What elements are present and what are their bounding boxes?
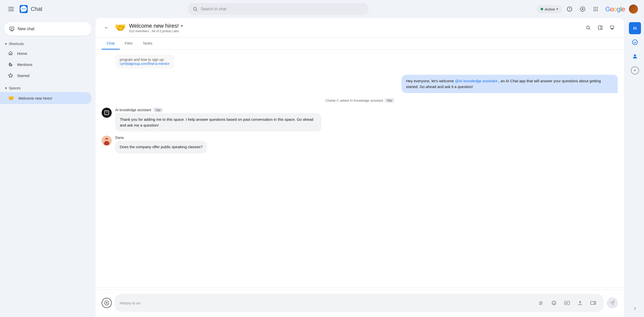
svg-point-20 xyxy=(597,10,598,11)
apps-button[interactable] xyxy=(590,4,601,15)
chat-logo-icon xyxy=(19,5,28,14)
chevron-right-icon xyxy=(633,306,637,311)
svg-point-49 xyxy=(634,54,636,56)
search-input-wrap[interactable] xyxy=(188,3,369,15)
dana-message-text: Does the company offer public speaking c… xyxy=(115,141,207,153)
svg-point-48 xyxy=(632,40,637,45)
svg-point-6 xyxy=(23,8,24,9)
svg-line-9 xyxy=(196,10,197,11)
chat-tabs: Chat Files Tasks xyxy=(96,37,624,50)
avatar[interactable] xyxy=(629,5,638,14)
app-logo: Chat xyxy=(19,5,42,14)
expand-button[interactable] xyxy=(633,306,637,312)
dana-avatar-icon xyxy=(102,136,111,145)
spaces-header[interactable]: ▾ Spaces xyxy=(0,84,96,92)
snippet-text: program and how to sign up: xyxy=(120,58,164,62)
message-input-box[interactable]: History is on xyxy=(115,294,604,312)
threads-icon xyxy=(610,25,615,30)
sidebar-item-welcome[interactable]: 🤝 Welcome new hires! xyxy=(0,92,92,104)
tab-chat[interactable]: Chat xyxy=(102,37,120,50)
ai-mention: @AI knowledge assistant xyxy=(455,79,498,83)
settings-icon xyxy=(580,6,585,12)
gif-button[interactable]: GIF xyxy=(561,297,573,308)
text-format-icon xyxy=(539,301,543,305)
welcome-space-emoji: 🤝 xyxy=(8,95,14,101)
svg-point-17 xyxy=(597,9,598,10)
space-meta: 510 members · All of Cymbal Labs xyxy=(129,29,580,33)
new-chat-button[interactable]: New chat xyxy=(4,22,92,36)
topbar: Chat Active ▾ ? xyxy=(0,0,644,18)
status-button[interactable]: Active ▾ xyxy=(537,5,562,13)
main-layout: New chat ▾ Shortcuts Home Menti xyxy=(0,18,644,317)
video-icon xyxy=(590,301,596,305)
dana-sender-name: Dana xyxy=(115,136,124,140)
topbar-right: Active ▾ ? Google xyxy=(537,4,638,15)
topbar-left: Chat xyxy=(6,4,102,14)
tab-tasks[interactable]: Tasks xyxy=(138,37,157,50)
video-button[interactable] xyxy=(588,297,599,308)
calendar-panel-icon[interactable]: 31 xyxy=(629,22,641,34)
upload-button[interactable] xyxy=(575,297,586,308)
menu-button[interactable] xyxy=(6,4,16,14)
svg-rect-29 xyxy=(598,26,602,30)
add-icon xyxy=(104,300,109,305)
sidebar-item-home-label: Home xyxy=(17,51,27,56)
dana-message-content: Dana Does the company offer public speak… xyxy=(115,136,618,153)
svg-point-7 xyxy=(25,8,26,9)
help-button[interactable]: ? xyxy=(564,4,575,15)
svg-rect-47 xyxy=(591,301,594,305)
star-icon xyxy=(8,73,13,78)
sidebar-item-mentions[interactable]: Mentions xyxy=(0,59,92,70)
svg-rect-31 xyxy=(611,26,614,28)
tasks-panel-icon[interactable] xyxy=(629,36,641,48)
svg-point-44 xyxy=(554,302,555,303)
dana-sender: Dana xyxy=(115,136,618,140)
back-button[interactable]: ← xyxy=(102,23,112,33)
header-threads-button[interactable] xyxy=(607,22,618,33)
search-icon xyxy=(193,7,198,12)
settings-button[interactable] xyxy=(577,4,588,15)
tab-files[interactable]: Files xyxy=(120,37,138,50)
sidebar-item-mentions-label: Mentions xyxy=(17,62,32,67)
svg-line-28 xyxy=(589,29,590,30)
home-icon xyxy=(8,51,13,56)
header-panel-button[interactable] xyxy=(595,22,606,33)
sidebar-item-starred[interactable]: Starred xyxy=(0,70,92,81)
ai-message-text: Thank you for adding me to this space. I… xyxy=(115,113,321,132)
text-format-button[interactable] xyxy=(535,297,546,308)
svg-text:?: ? xyxy=(569,7,571,11)
ai-avatar-icon: ? xyxy=(104,110,110,116)
header-actions xyxy=(583,22,618,33)
status-dot xyxy=(541,8,543,10)
new-chat-icon xyxy=(9,26,15,32)
upload-icon xyxy=(578,300,583,305)
emoji-button[interactable] xyxy=(548,297,559,308)
help-icon: ? xyxy=(567,6,572,12)
ai-message-content: AI knowledge assistant App Thank you for… xyxy=(115,108,618,132)
search-input[interactable] xyxy=(201,7,364,11)
mentions-icon xyxy=(8,62,13,67)
svg-point-14 xyxy=(597,7,598,8)
people-panel-icon[interactable] xyxy=(629,50,641,62)
sidebar-item-welcome-label: Welcome new hires! xyxy=(18,96,52,100)
svg-point-5 xyxy=(22,8,23,9)
shortcuts-label: Shortcuts xyxy=(9,42,24,46)
input-placeholder: History is on xyxy=(120,301,141,305)
space-title: Welcome new hires! ▾ xyxy=(129,23,580,29)
space-title-chevron-icon[interactable]: ▾ xyxy=(181,23,183,28)
send-button[interactable] xyxy=(607,297,618,308)
snippet-link[interactable]: cymbalgroup.com/find-a-mentor xyxy=(120,62,170,66)
header-search-button[interactable] xyxy=(583,22,594,33)
panel-icon xyxy=(598,25,603,30)
svg-point-16 xyxy=(595,9,596,10)
dana-avatar xyxy=(102,136,112,146)
add-panel-button[interactable]: + xyxy=(631,66,639,74)
space-header-emoji: 🤝 xyxy=(115,22,126,33)
message-row-snippet: program and how to sign up: cymbalgroup.… xyxy=(102,55,618,71)
system-message-text: Charlie C added AI knowledge assistant xyxy=(325,99,383,102)
add-attachment-button[interactable] xyxy=(102,298,112,308)
shortcuts-header[interactable]: ▾ Shortcuts xyxy=(0,40,96,48)
charlie-message-bubble: Hey everyone, let's welcome @AI knowledg… xyxy=(401,75,618,93)
sidebar-item-home[interactable]: Home xyxy=(0,48,92,59)
svg-point-13 xyxy=(595,7,596,8)
